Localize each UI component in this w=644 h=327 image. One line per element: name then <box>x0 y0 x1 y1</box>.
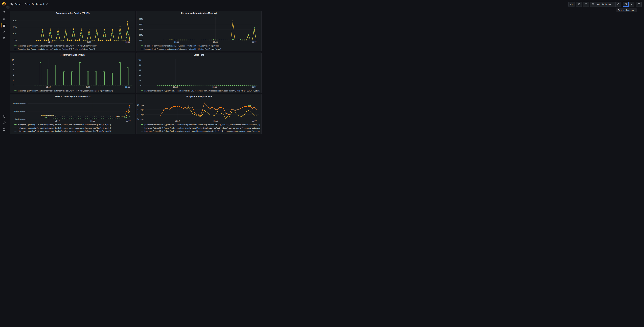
series-color-swatch <box>14 90 16 91</box>
panel-title[interactable]: Error Rate <box>137 53 262 57</box>
sign-in-icon <box>2 115 6 118</box>
legend-item[interactable]: {instance="otelcol:9464", job="otel", op… <box>141 132 260 134</box>
sidebar-item-explore[interactable] <box>0 30 8 34</box>
legend-item[interactable]: histogram_quantile(0.999, sum(rate(laten… <box>14 132 134 134</box>
svg-text:6: 6 <box>13 69 14 71</box>
panel-title[interactable]: Service Latency (from SpanMetrics) <box>10 94 135 99</box>
dashboards-grid-icon <box>10 3 13 6</box>
timeseries-chart[interactable]: 21:5021:5522:000 MB2 MB4 MB6 MB8 MB <box>137 16 262 44</box>
series-color-swatch <box>14 49 16 49</box>
legend-item[interactable]: histogram_quantile(0.99, sum(rate(latenc… <box>14 130 134 132</box>
svg-text:8 MB: 8 MB <box>139 18 143 20</box>
svg-text:22:00: 22:00 <box>126 120 130 122</box>
top-nav: Demo / Demo Dashboard Last 15 minutes <box>8 0 263 8</box>
legend-item[interactable]: {exported_job="recommendationservice", i… <box>14 44 134 47</box>
series-color-swatch <box>14 46 16 46</box>
legend-item[interactable]: {instance="otelcol:9464", job="otel", op… <box>141 130 260 132</box>
legend-item[interactable]: {instance="otelcol:9464", job="otel", op… <box>141 89 260 92</box>
svg-text:22:00: 22:00 <box>126 41 130 43</box>
svg-text:22:00: 22:00 <box>252 41 256 43</box>
series-label: {instance="otelcol:9464", job="otel", op… <box>144 133 260 134</box>
series-color-swatch <box>14 131 16 132</box>
svg-text:0: 0 <box>140 84 141 86</box>
breadcrumb-section[interactable]: Demo <box>14 3 21 6</box>
svg-text:21:55: 21:55 <box>90 120 95 122</box>
svg-text:6 MB: 6 MB <box>139 23 143 25</box>
sidebar-item-search[interactable] <box>0 10 8 14</box>
svg-text:21:55: 21:55 <box>214 120 218 122</box>
share-icon[interactable] <box>45 3 48 6</box>
timeseries-chart[interactable]: 21:5021:5522:000 milliseconds200 millise… <box>10 99 135 122</box>
legend-item[interactable]: {instance="otelcol:9464", job="otel", op… <box>141 126 260 130</box>
svg-text:21:50: 21:50 <box>175 120 180 122</box>
svg-text:22:00: 22:00 <box>126 86 130 88</box>
svg-text:21:50: 21:50 <box>173 86 178 88</box>
legend-item[interactable]: {exported_job="recommendationservice", i… <box>141 44 260 47</box>
svg-text:21:55: 21:55 <box>87 41 92 43</box>
series-color-swatch <box>141 124 143 125</box>
svg-text:20: 20 <box>139 79 141 81</box>
series-label: histogram_quantile(0.999, sum(rate(laten… <box>18 133 112 134</box>
series-label: {instance="otelcol:9464", job="otel", op… <box>144 130 260 132</box>
legend-item[interactable]: {exported_job="recommendationservice", i… <box>141 47 260 50</box>
legend-item[interactable]: {instance="otelcol:9464", job="otel", op… <box>141 123 260 126</box>
legend-item[interactable]: {exported_job="recommendationservice", i… <box>14 47 134 50</box>
legend-item[interactable]: histogram_quantile(0.50, sum(rate(latenc… <box>14 123 134 126</box>
svg-text:30%: 30% <box>13 20 16 22</box>
series-color-swatch <box>14 124 16 125</box>
svg-text:2 MB: 2 MB <box>139 34 143 36</box>
svg-text:80: 80 <box>139 64 141 66</box>
sidebar-item-server-admin[interactable] <box>0 121 8 125</box>
svg-text:4: 4 <box>13 74 14 76</box>
svg-text:0 milliseconds: 0 milliseconds <box>15 118 26 120</box>
panel-recommendations-count: Recommendations Count 21:5021:5522:00024… <box>10 52 135 93</box>
grafana-logo[interactable] <box>2 2 6 6</box>
panel-recommendation-service-memory: Recommendation Service (Memory) 21:5021:… <box>136 11 262 51</box>
svg-text:0.0 req/s: 0.0 req/s <box>137 118 144 120</box>
series-label: {instance="otelcol:9464", job="otel", op… <box>144 124 260 126</box>
panel-legend: {instance="otelcol:9464", job="otel", op… <box>137 89 262 92</box>
sidebar-item-help[interactable] <box>0 128 8 131</box>
series-label: {exported_job="recommendationservice", i… <box>144 48 221 50</box>
svg-text:400 milliseconds: 400 milliseconds <box>13 102 26 104</box>
svg-text:22:00: 22:00 <box>252 86 256 88</box>
series-label: histogram_quantile(0.50, sum(rate(latenc… <box>18 124 111 126</box>
svg-text:21:50: 21:50 <box>46 86 51 88</box>
svg-text:40: 40 <box>139 74 141 76</box>
series-label: {instance="otelcol:9464", job="otel", op… <box>144 127 260 129</box>
alerting-bell-icon <box>2 37 6 40</box>
svg-text:22:00: 22:00 <box>252 120 257 122</box>
series-label: histogram_quantile(0.95, sum(rate(latenc… <box>18 127 111 129</box>
panel-legend: {exported_job="recommendationservice", i… <box>10 44 135 50</box>
svg-text:0: 0 <box>13 84 14 86</box>
sidebar-item-dashboards[interactable] <box>0 24 8 27</box>
svg-text:0.2 req/s: 0.2 req/s <box>137 108 144 110</box>
gear-icon <box>2 121 6 124</box>
sidebar-item-starred[interactable] <box>0 17 8 21</box>
star-icon <box>2 17 6 20</box>
panel-title[interactable]: Endpoint Rate by Service <box>137 94 262 99</box>
legend-item[interactable]: histogram_quantile(0.95, sum(rate(latenc… <box>14 126 134 130</box>
breadcrumb-page[interactable]: Demo Dashboard <box>25 3 44 6</box>
sidebar-item-sign-in[interactable] <box>0 114 8 118</box>
svg-text:2: 2 <box>13 79 14 81</box>
dashboards-icon <box>2 24 6 27</box>
series-label: {exported_job="recommendationservice", i… <box>18 45 97 47</box>
timeseries-chart[interactable]: 21:5021:5522:000.0 req/s0.1 req/s0.2 req… <box>137 99 262 122</box>
panel-title[interactable]: Recommendation Service (CPU%) <box>10 11 135 16</box>
svg-text:8: 8 <box>13 64 14 66</box>
dashboard-grid: Recommendation Service (CPU%) 21:5021:55… <box>8 8 263 134</box>
panel-recommendation-service-cpu: Recommendation Service (CPU%) 21:5021:55… <box>10 11 135 51</box>
panel-endpoint-rate: Endpoint Rate by Service 21:5021:5522:00… <box>136 94 262 134</box>
timeseries-chart[interactable]: 21:5021:5522:000%10%20%30% <box>10 16 135 44</box>
sidebar-item-alerting[interactable] <box>0 36 8 40</box>
panel-title[interactable]: Recommendations Count <box>10 53 135 57</box>
panel-title[interactable]: Recommendation Service (Memory) <box>137 11 262 16</box>
legend-item[interactable]: {exported_job="recommendationservice", i… <box>14 89 134 92</box>
svg-text:100: 100 <box>138 59 141 61</box>
series-color-swatch <box>14 128 16 128</box>
expand-sidebar-button[interactable] <box>6 5 10 9</box>
timeseries-chart[interactable]: 21:5021:5522:00020406080100 <box>137 57 262 89</box>
timeseries-chart[interactable]: 21:5021:5522:000246810 <box>10 57 135 89</box>
svg-text:21:50: 21:50 <box>55 120 60 122</box>
